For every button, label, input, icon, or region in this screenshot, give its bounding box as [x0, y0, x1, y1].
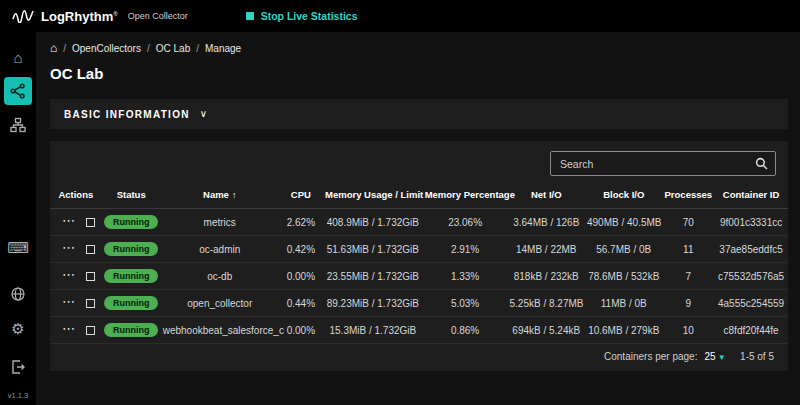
table-row: ⋯ Running metrics 2.62% 408.9MiB / 1.732…: [50, 209, 788, 236]
search-input[interactable]: [550, 151, 776, 176]
column-header-actions[interactable]: Actions: [50, 183, 102, 209]
memory-value: 51.63MiB / 1.732GiB: [323, 236, 423, 263]
sidebar-item-console[interactable]: ⌨: [4, 233, 32, 261]
table-row: ⋯ Running webhookbeat_salesforce_c 0.00%…: [50, 317, 788, 344]
sidebar: ⌂ ⌨: [0, 32, 36, 405]
brand: LogRhythm® Open Collector: [12, 9, 188, 24]
logout-icon: [10, 359, 26, 375]
column-header-cpu[interactable]: CPU: [279, 183, 323, 209]
basic-information-header[interactable]: BASIC INFORMATION ∨: [50, 99, 788, 129]
column-header-memory[interactable]: Memory Usage / Limit: [323, 183, 423, 209]
net-io-value: 818kB / 232kB: [508, 263, 585, 290]
column-header-processes[interactable]: Processes: [662, 183, 714, 209]
containers-table: Actions Status Name↑ CPU Memory Usage / …: [50, 183, 788, 344]
sidebar-item-logout[interactable]: [4, 353, 32, 381]
basic-information-label: BASIC INFORMATION: [64, 109, 190, 120]
app-window: LogRhythm® Open Collector Stop Live Stat…: [0, 0, 800, 405]
brand-subtitle: Open Collector: [128, 11, 188, 21]
memory-percentage-value: 1.33%: [423, 263, 508, 290]
memory-percentage-value: 23.06%: [423, 209, 508, 236]
sidebar-item-settings[interactable]: ⚙: [4, 314, 32, 342]
container-name: webhookbeat_salesforce_c: [161, 317, 279, 344]
container-name: oc-admin: [161, 236, 279, 263]
column-header-container-id[interactable]: Container ID: [714, 183, 788, 209]
net-io-value: 694kB / 5.24kB: [508, 317, 585, 344]
search-icon[interactable]: [755, 157, 768, 170]
more-actions-icon[interactable]: ⋯: [62, 322, 76, 335]
container-id-value: c75532d576a5: [714, 263, 788, 290]
net-io-value: 5.25kB / 8.27MB: [508, 290, 585, 317]
stop-live-statistics-button[interactable]: Stop Live Statistics: [246, 10, 358, 22]
keyboard-icon: ⌨: [7, 240, 29, 255]
container-id-value: 37ae85eddfc5: [714, 236, 788, 263]
column-header-status[interactable]: Status: [102, 183, 161, 209]
page-title: OC Lab: [50, 65, 788, 82]
status-badge: Running: [104, 323, 159, 337]
sidebar-item-open-collectors[interactable]: [4, 77, 32, 105]
container-name: open_collector: [161, 290, 279, 317]
app-shell: ⌂ ⌨: [0, 32, 800, 405]
table-header-row: Actions Status Name↑ CPU Memory Usage / …: [50, 183, 788, 209]
collector-flow-icon: [10, 83, 26, 99]
memory-value: 15.3MiB / 1.732GiB: [323, 317, 423, 344]
sort-asc-icon: ↑: [232, 190, 237, 200]
memory-value: 408.9MiB / 1.732GiB: [323, 209, 423, 236]
block-io-value: 10.6MB / 279kB: [585, 317, 662, 344]
main-content: ⌂ / OpenCollectors / OC Lab / Manage OC …: [36, 32, 800, 405]
processes-value: 10: [662, 317, 714, 344]
more-actions-icon[interactable]: ⋯: [62, 241, 76, 254]
more-actions-icon[interactable]: ⋯: [62, 268, 76, 281]
page-size-select[interactable]: 25 ▾: [704, 351, 724, 362]
breadcrumb-item-opencollectors[interactable]: OpenCollectors: [72, 43, 141, 54]
status-badge: Running: [104, 242, 159, 256]
container-id-value: 4a555c254559: [714, 290, 788, 317]
cpu-value: 2.62%: [279, 209, 323, 236]
container-name: metrics: [161, 209, 279, 236]
block-io-value: 490MB / 40.5MB: [585, 209, 662, 236]
memory-percentage-value: 2.91%: [423, 236, 508, 263]
pagination-range: 1-5 of 5: [740, 351, 774, 362]
column-header-block-io[interactable]: Block I/O: [585, 183, 662, 209]
breadcrumb-item-oc-lab[interactable]: OC Lab: [156, 43, 190, 54]
breadcrumb-home-icon[interactable]: ⌂: [50, 41, 57, 55]
more-actions-icon[interactable]: ⋯: [62, 214, 76, 227]
stop-live-statistics-label: Stop Live Statistics: [261, 10, 358, 22]
version-label: v1.1.3: [8, 391, 28, 400]
stop-icon[interactable]: [86, 245, 95, 254]
processes-value: 7: [662, 263, 714, 290]
sidebar-item-pipelines[interactable]: [4, 111, 32, 139]
sidebar-item-health[interactable]: [4, 280, 32, 308]
processes-value: 11: [662, 236, 714, 263]
column-header-name[interactable]: Name↑: [161, 183, 279, 209]
net-io-value: 3.64MB / 126B: [508, 209, 585, 236]
breadcrumb: ⌂ / OpenCollectors / OC Lab / Manage: [50, 41, 788, 55]
page-size-value: 25: [704, 351, 715, 362]
column-header-memory-percentage[interactable]: Memory Percentage: [423, 183, 508, 209]
registered-mark: ®: [113, 10, 117, 16]
cpu-value: 0.42%: [279, 236, 323, 263]
table-row: ⋯ Running oc-admin 0.42% 51.63MiB / 1.73…: [50, 236, 788, 263]
block-io-value: 78.6MB / 532kB: [585, 263, 662, 290]
column-header-net-io[interactable]: Net I/O: [508, 183, 585, 209]
more-actions-icon[interactable]: ⋯: [62, 295, 76, 308]
caret-down-icon: ▾: [720, 352, 725, 362]
stop-icon[interactable]: [86, 272, 95, 281]
brand-name: LogRhythm®: [41, 9, 118, 24]
search-box: [550, 151, 776, 176]
table-row: ⋯ Running open_collector 0.44% 89.23MiB …: [50, 290, 788, 317]
breadcrumb-item-manage: Manage: [205, 43, 241, 54]
block-io-value: 56.7MB / 0B: [585, 236, 662, 263]
sidebar-item-home[interactable]: ⌂: [4, 43, 32, 71]
status-badge: Running: [104, 215, 159, 229]
stop-square-icon: [246, 12, 254, 20]
pagination: Containers per page: 25 ▾ 1-5 of 5: [50, 344, 788, 370]
stop-icon[interactable]: [86, 299, 95, 308]
home-icon: ⌂: [13, 50, 22, 65]
net-io-value: 14MB / 22MB: [508, 236, 585, 263]
hierarchy-icon: [10, 117, 26, 133]
stop-icon[interactable]: [86, 326, 95, 335]
memory-value: 89.23MiB / 1.732GiB: [323, 290, 423, 317]
memory-value: 23.55MiB / 1.732GiB: [323, 263, 423, 290]
stop-icon[interactable]: [86, 218, 95, 227]
column-header-name-label: Name: [203, 189, 229, 200]
